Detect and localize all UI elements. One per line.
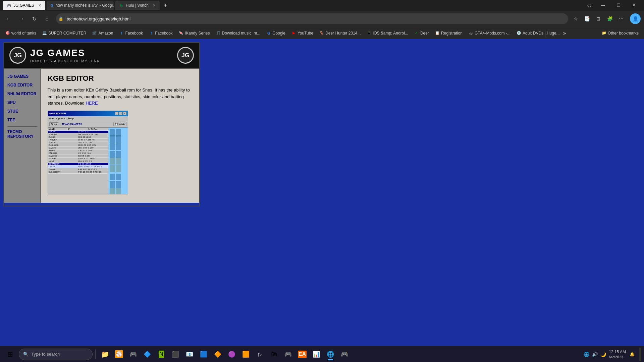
bookmark-deerhunter[interactable]: 🦌 Deer Hunter 2014... <box>317 29 363 38</box>
system-tray-time[interactable]: 12:15 AM 6/2/2023 <box>609 349 626 359</box>
bookmark-other[interactable]: 📁 Other bookmarks <box>599 29 641 38</box>
extensions-button[interactable]: 🧩 <box>604 13 615 24</box>
tb-chrome[interactable]: 🌐 <box>324 348 337 361</box>
screenshot-title: KGB EDITOR <box>49 112 66 115</box>
nav-tecmo[interactable]: TECMO REPOSITORY <box>7 129 37 139</box>
tb-app9[interactable]: 🟣 <box>225 348 238 361</box>
bookmark-registration[interactable]: 📋 Registration <box>432 29 465 38</box>
home-button[interactable]: ⌂ <box>42 13 52 24</box>
notification-button[interactable]: 🔔 <box>629 348 635 361</box>
site-container: JG JG GAMES HOME FOR A BUNCH OF MY JUNK … <box>3 42 200 206</box>
nvidia-icon: N <box>159 351 164 358</box>
app7-icon: 🟦 <box>200 351 207 358</box>
nav-kgb[interactable]: KGB EDITOR <box>7 83 37 87</box>
site-logo: JG JG GAMES HOME FOR A BUNCH OF MY JUNK <box>9 47 100 64</box>
bookmark-supercomputer[interactable]: 💻 SUPER COMPUTER <box>40 29 89 38</box>
bookmark-google[interactable]: G Google <box>264 29 288 38</box>
sprite-17 <box>110 188 115 194</box>
bookmark-ios[interactable]: 📱 iOS &amp; Androi... <box>364 29 411 38</box>
screenshot-menubar: File Options Help <box>48 116 128 121</box>
profile-button[interactable]: 👤 <box>630 13 641 24</box>
tb-nvidia[interactable]: N <box>155 348 168 361</box>
bookmark-ikandy[interactable]: 🍬 IKandy Series <box>176 29 213 38</box>
nav-jggames[interactable]: JG GAMES <box>7 74 37 79</box>
player-8: JAMES <box>49 149 78 152</box>
back-button[interactable]: ← <box>3 13 14 24</box>
sprite-row-5 <box>110 188 126 194</box>
bookmark-amazon[interactable]: 🛒 Amazon <box>90 29 116 38</box>
star-button[interactable]: ☆ <box>570 13 581 24</box>
logo-circle-right: JG <box>177 47 194 64</box>
app10-icon: 🟧 <box>242 351 250 358</box>
player-5-stats: 3B 7 2 7 2 .192 <box>78 141 108 143</box>
nav-spu[interactable]: SPU <box>7 100 37 105</box>
bookmark-adultdvds[interactable]: 💿 Adult DVDs | Huge... <box>514 29 562 38</box>
tb-mail[interactable]: 📧 <box>183 348 196 361</box>
bookmark-deer[interactable]: ✓ Deer <box>412 29 432 38</box>
table-row-9: PARKER C 9 5 5 1 .311 <box>48 152 108 155</box>
nav-tee[interactable]: TEE <box>7 118 37 122</box>
speaker-icon[interactable]: 🔊 <box>592 352 598 357</box>
screenshot-body: NAME P Yr Th Pos NOLAN CF P 4 1 1 1 <box>48 128 128 194</box>
bookmark-facebook2[interactable]: f Facebook <box>146 29 175 38</box>
bookmark-worldoftanks[interactable]: 🎯 world of tanks <box>3 29 39 38</box>
restore-button[interactable]: ❐ <box>611 0 626 11</box>
bookmark-label-youtube: YouTube <box>298 31 313 36</box>
tab-google[interactable]: G how many inches is 6'5" - Googl... ✕ <box>47 1 114 10</box>
tb-xbox[interactable]: 🎮 <box>281 348 295 361</box>
tab-close-jggames[interactable]: ✕ <box>38 3 41 8</box>
app9-icon: 🟣 <box>228 351 235 358</box>
collections-button[interactable]: 📑 <box>582 13 592 24</box>
player-10: ELWOO2 <box>49 155 78 157</box>
url-input[interactable] <box>56 13 568 24</box>
tab-close-hulu[interactable]: ✕ <box>153 3 156 8</box>
tb-app8[interactable]: 🔶 <box>211 348 224 361</box>
start-button[interactable]: ⊞ <box>3 348 17 361</box>
tb-ken-griffey[interactable]: ⚾ <box>112 348 126 361</box>
tab-jggames[interactable]: 🎮 JG GAMES ✕ <box>3 1 45 10</box>
bookmark-favicon-youtube: ▶ <box>291 31 296 36</box>
settings-button[interactable]: ⋯ <box>616 13 627 24</box>
taskbar-search-box[interactable]: 🔍 Type to search <box>19 349 93 360</box>
tab-scroll-left[interactable]: ‹ <box>587 3 589 8</box>
editor-screenshot: KGB EDITOR _ □ × File Options Help <box>48 111 128 194</box>
close-button[interactable]: ✕ <box>627 0 641 11</box>
split-view-button[interactable]: ⊡ <box>593 13 604 24</box>
tb-ea[interactable]: EA <box>296 348 309 361</box>
screenshot-table: NAME P Yr Th Pos NOLAN CF P 4 1 1 1 <box>48 128 108 194</box>
bookmark-favicon-supercomputer: 💻 <box>42 31 47 36</box>
tb-taskmgr[interactable]: 📊 <box>310 348 323 361</box>
nav-stue[interactable]: STUE <box>7 109 37 114</box>
sprite-18 <box>116 188 121 194</box>
player-4: HARVEY <box>49 139 78 141</box>
tb-app3[interactable]: 🔷 <box>141 348 154 361</box>
bookmark-facebook1[interactable]: f Facebook <box>116 29 146 38</box>
download-link[interactable]: HERE <box>86 101 98 106</box>
tb-super-nes[interactable]: 🎮 <box>126 348 140 361</box>
forward-button[interactable]: → <box>16 13 27 24</box>
sprite-9 <box>110 158 115 165</box>
tab-scroll-right[interactable]: › <box>590 3 592 8</box>
bookmark-youtube[interactable]: ▶ YouTube <box>289 29 316 38</box>
tab-hulu[interactable]: h Hulu | Watch ✕ <box>115 1 160 10</box>
tb-app10[interactable]: 🟧 <box>239 348 253 361</box>
site-title: JG GAMES <box>30 48 100 58</box>
table-row-5: ZULLA 3B 7 2 7 2 .192 <box>48 141 108 144</box>
reload-button[interactable]: ↻ <box>29 13 40 24</box>
tb-file-explorer[interactable]: 📁 <box>98 348 112 361</box>
more-bookmarks-button[interactable]: » <box>563 30 566 36</box>
tb-store[interactable]: 🛍 <box>267 348 281 361</box>
tb-app5[interactable]: ⬛ <box>169 348 182 361</box>
tb-app7[interactable]: 🟦 <box>197 348 210 361</box>
nav-nhl94[interactable]: NHL94 EDITOR <box>7 92 37 96</box>
minimize-button[interactable]: — <box>596 0 610 11</box>
ken-griffey-icon: ⚾ <box>115 350 123 358</box>
new-tab-button[interactable]: + <box>161 2 170 9</box>
chrome-icon: 🌐 <box>327 351 334 358</box>
bookmark-gta4[interactable]: 🏎 GTA4-Mods.com -... <box>466 29 513 38</box>
tb-jggames[interactable]: 🎮 <box>338 348 351 361</box>
show-desktop-button[interactable] <box>639 348 641 361</box>
bookmark-dlmusic[interactable]: 🎵 Download music, m... <box>213 29 263 38</box>
network-icon[interactable]: 🌐 <box>584 352 589 357</box>
tb-more[interactable]: ▷ <box>253 348 267 361</box>
